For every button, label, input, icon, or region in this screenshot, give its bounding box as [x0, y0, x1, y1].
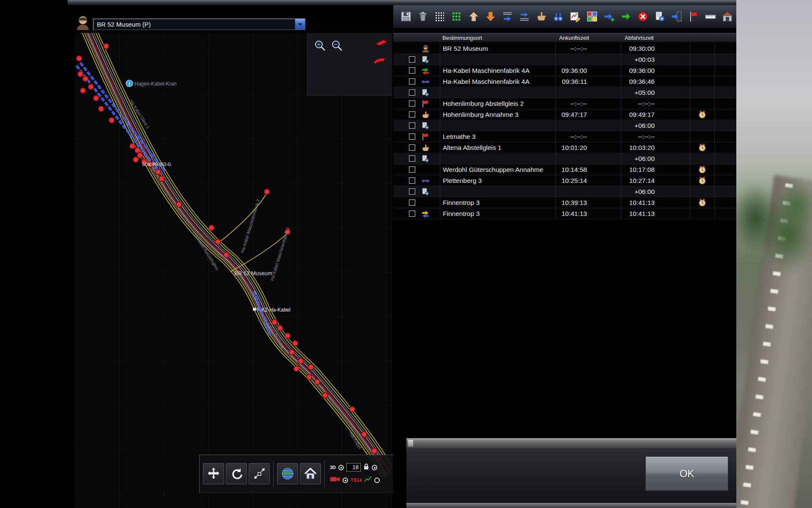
delete-icon[interactable]: [415, 8, 431, 25]
flag-icon: [421, 133, 430, 141]
row-checkbox[interactable]: [409, 111, 415, 118]
column-header-arrival[interactable]: Ankunftszeit: [555, 33, 621, 42]
timetable-row[interactable]: +06:00: [393, 120, 736, 131]
arrival-cell: [555, 120, 621, 131]
camera-radio-1[interactable]: [338, 465, 344, 470]
alarm-clock-icon: [698, 165, 707, 174]
binoculars-icon[interactable]: [551, 8, 566, 25]
destination-cell: [440, 87, 555, 98]
move-up-icon[interactable]: [466, 8, 481, 25]
icon-toolbar: [393, 5, 736, 28]
rotate-button[interactable]: [226, 463, 247, 484]
departure-cell: --:--:--: [621, 131, 690, 142]
train-selector[interactable]: BR 52 Museum (P): [93, 19, 305, 30]
timetable-row[interactable]: +00:03: [393, 54, 736, 65]
route-add-icon[interactable]: [601, 8, 617, 25]
move-object-button[interactable]: [249, 463, 270, 484]
map-toolbar: 3D 18 TS14: [199, 455, 399, 493]
row-checkbox[interactable]: [409, 78, 415, 85]
flag-icon: [421, 99, 430, 108]
departure-cell: 10:03:20: [621, 142, 690, 153]
departure-cell: 09:30:00: [621, 43, 690, 54]
hand-icon: [421, 144, 430, 152]
timetable-row[interactable]: BR 52 Museum--:--:--09:30:00: [393, 43, 736, 54]
insert-before-icon[interactable]: [500, 8, 515, 25]
destination-cell: [440, 153, 555, 164]
camera-radio-4[interactable]: [374, 478, 380, 483]
row-checkbox[interactable]: [409, 210, 415, 217]
route-go-icon[interactable]: [618, 8, 634, 25]
timetable-row[interactable]: Hohenlimburg Abstellgleis 2--:--:----:--…: [393, 98, 736, 109]
gearpage-icon: [421, 121, 430, 130]
row-checkbox[interactable]: [409, 122, 415, 129]
row-checkbox[interactable]: [409, 166, 415, 173]
grid-small-icon[interactable]: [432, 8, 447, 25]
flag-icon[interactable]: [686, 8, 701, 25]
row-checkbox[interactable]: [409, 67, 415, 74]
destination-cell: Hohenlimburg Annahme 3: [440, 109, 555, 120]
timetable-row[interactable]: Hohenlimburg Annahme 309:47:1709:49:17: [393, 109, 736, 120]
chevron-down-icon[interactable]: [295, 19, 305, 30]
row-checkbox[interactable]: [409, 199, 415, 206]
timetable-row[interactable]: Ha-Kabel Maschinenfabrik 4A09:36:0009:36…: [393, 65, 736, 76]
row-checkbox[interactable]: [409, 177, 415, 184]
row-checkbox[interactable]: [409, 133, 415, 140]
row-checkbox[interactable]: [409, 56, 415, 63]
zoom-in-icon[interactable]: [313, 40, 327, 54]
camera-height-input[interactable]: 18: [346, 463, 361, 472]
routearrows2-icon: [421, 210, 430, 218]
zoom-out-icon[interactable]: [330, 40, 344, 54]
departure-cell: --:--:--: [621, 98, 690, 109]
arrival-cell: [555, 54, 621, 65]
camera-mode-label: 3D: [330, 465, 336, 470]
map-red-tool2-icon[interactable]: [372, 54, 386, 67]
timetable-row[interactable]: +06:00: [393, 186, 736, 197]
doc-settings-icon[interactable]: [652, 8, 667, 25]
column-header-destination[interactable]: Bestimmungsort: [440, 33, 555, 42]
timetable-row[interactable]: Finnentrop 310:41:1310:41:13: [393, 208, 736, 219]
camera-radio-2[interactable]: [372, 465, 377, 470]
exit-door-icon[interactable]: [669, 8, 684, 25]
row-checkbox[interactable]: [409, 188, 415, 195]
grid-large-icon[interactable]: [449, 8, 464, 25]
edit-timetable-icon[interactable]: [568, 8, 583, 25]
app-window: Hagen-Kabel-KranSOK BR 052-GBR 52 Museum…: [0, 0, 812, 508]
departure-cell: +06:00: [621, 186, 690, 197]
timetable-row[interactable]: Ha-Kabel Maschinenfabrik 4A09:36:1109:36…: [393, 76, 736, 87]
row-checkbox[interactable]: [409, 89, 415, 96]
column-header-departure[interactable]: Abfahrtszeit: [621, 33, 690, 42]
pan-button[interactable]: [203, 463, 224, 484]
departure-cell: 10:41:13: [621, 197, 690, 208]
color-grid-icon[interactable]: [584, 8, 600, 25]
move-down-icon[interactable]: [483, 8, 498, 25]
timetable-row[interactable]: Finnentrop 310:39:1310:41:13: [393, 197, 736, 208]
camera-red-icon[interactable]: [330, 476, 340, 484]
row-checkbox[interactable]: [409, 144, 415, 151]
track-map[interactable]: Hagen-Kabel-KranSOK BR 052-GBR 52 Museum…: [75, 33, 392, 508]
world-viewport: [736, 0, 812, 508]
driver-avatar-icon: [75, 14, 91, 30]
save-icon[interactable]: [398, 8, 414, 25]
ruler-icon[interactable]: [703, 8, 718, 25]
row-checkbox[interactable]: [409, 155, 415, 162]
timetable-row[interactable]: Letmathe 3--:--:----:--:--: [393, 131, 736, 142]
destination-cell: [440, 186, 555, 197]
cancel-icon[interactable]: [635, 8, 650, 25]
departure-cell: 10:41:13: [621, 208, 690, 219]
insert-after-icon[interactable]: [517, 8, 532, 25]
timetable-row[interactable]: Werdohl Güterschuppen Annahme10:14:5810:…: [393, 164, 736, 175]
ok-button[interactable]: OK: [645, 456, 728, 491]
row-checkbox[interactable]: [409, 100, 415, 107]
timetable-row[interactable]: +06:00: [393, 153, 736, 164]
camera-radio-3[interactable]: [343, 478, 348, 483]
timetable-row[interactable]: +05:00: [393, 87, 736, 98]
arrival-cell: [555, 186, 621, 197]
depot-icon[interactable]: [720, 8, 735, 25]
globe-button[interactable]: [277, 463, 298, 484]
home-button[interactable]: [300, 463, 321, 484]
timetable-row[interactable]: Plettenberg 310:25:1410:27:14: [393, 175, 736, 186]
pick-hand-icon[interactable]: [534, 8, 549, 25]
map-red-tool-icon[interactable]: [374, 38, 389, 49]
timetable-header: Bestimmungsort Ankunftszeit Abfahrtszeit: [393, 33, 736, 42]
timetable-row[interactable]: Altena Abstellgleis 110:01:2010:03:20: [393, 142, 736, 153]
